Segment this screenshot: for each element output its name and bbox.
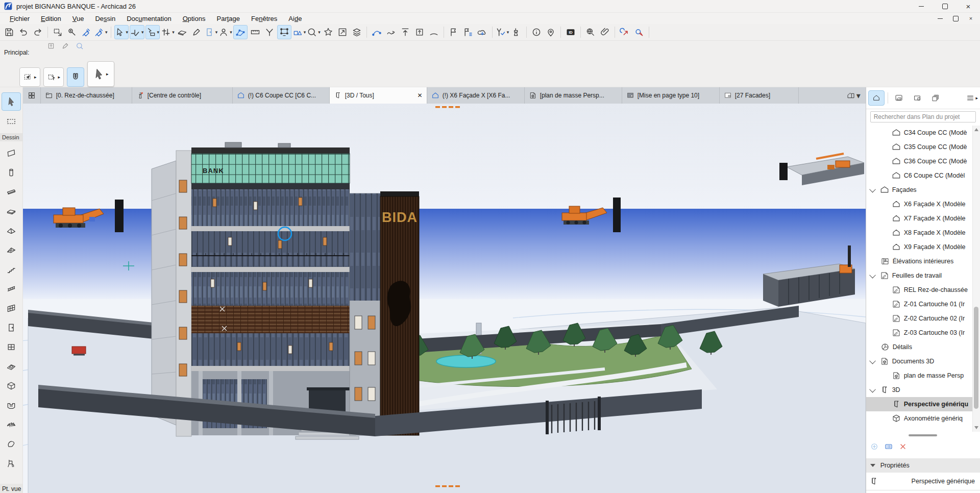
toolbox-opening-tool[interactable] (2, 377, 20, 395)
maximize-button[interactable] (933, 0, 957, 12)
tree-scrollbar[interactable] (972, 126, 980, 432)
location-pin-button[interactable] (544, 26, 557, 39)
snap-grid-button[interactable]: ▾ (161, 26, 175, 39)
tree-item-rel[interactable]: REL Rez-de-chaussée (866, 283, 980, 297)
tab-c6-coupe[interactable]: (!) C6 Coupe CC [C6 C... (233, 87, 330, 104)
chevron-expanded-icon[interactable] (869, 357, 876, 364)
arc-button[interactable] (427, 26, 440, 39)
menu-vue[interactable]: Vue (67, 14, 90, 23)
minimize-button[interactable] (910, 0, 933, 12)
toolbox-stair-tool[interactable] (2, 261, 20, 278)
menu-partage[interactable]: Partage (211, 14, 246, 23)
delete-button[interactable] (899, 442, 907, 451)
fit-in-window-button[interactable] (336, 26, 349, 39)
properties-section-header[interactable]: Propriétés (866, 458, 980, 473)
scroll-down-icon[interactable] (974, 426, 978, 429)
chevron-expanded-icon[interactable] (869, 186, 876, 192)
tree-item-perspective-generique[interactable]: Perspective génériqu (866, 397, 980, 411)
tree-item-c36[interactable]: C36 Coupe CC (Modè (866, 154, 980, 168)
toolbox-skylight-tool[interactable] (2, 358, 20, 375)
toolbox-morph-tool[interactable] (2, 435, 20, 453)
tab-x6-facade[interactable]: (!) X6 Façade X [X6 Fa... (427, 87, 525, 104)
toolbox-column-tool[interactable] (2, 164, 20, 181)
tree-folder-documents-3d[interactable]: Documents 3D (866, 354, 980, 368)
tree-item-c6[interactable]: C6 Coupe CC (Modèl (866, 168, 980, 183)
tree-folder-facades[interactable]: Façades (866, 183, 980, 197)
globe-search-button[interactable] (584, 26, 597, 39)
toolbox-marquee-tool[interactable] (2, 113, 20, 130)
toolbox-curtain-wall-tool[interactable] (2, 300, 20, 317)
navigator-layout-book-tab[interactable] (910, 91, 925, 105)
inject-options-button[interactable]: ▾ (94, 26, 108, 39)
navigator-viewmap-tab[interactable] (891, 91, 906, 105)
toolbox-arrow-tool[interactable] (2, 92, 21, 111)
doc-restore-button[interactable] (951, 14, 960, 22)
node-line-button[interactable] (370, 26, 383, 39)
tab-close-icon[interactable]: ✕ (414, 92, 423, 99)
id-manager-button[interactable] (564, 26, 577, 39)
toolbox-slab-tool[interactable] (2, 203, 20, 220)
marquee-move-button[interactable]: ▸ (19, 67, 40, 87)
navigator-project-map-tab[interactable] (868, 90, 885, 106)
arrow-cursor-button[interactable]: ▸ (87, 61, 114, 87)
toolbox-door-tool[interactable] (2, 319, 20, 336)
menu-dessin[interactable]: Dessin (89, 14, 121, 23)
tree-item-x9[interactable]: X9 Façade X (Modèle (866, 240, 980, 254)
tree-folder-3d[interactable]: 3D (866, 383, 980, 397)
toolbox-window-tool[interactable] (2, 338, 20, 356)
inject-parameters-button[interactable] (80, 26, 93, 39)
save-button[interactable] (3, 26, 16, 39)
tree-item-c35[interactable]: C35 Coupe CC (Modè (866, 140, 980, 154)
favorites-button[interactable] (322, 26, 335, 39)
marquee-select-button[interactable]: ▸ (43, 67, 64, 87)
check-model-button[interactable]: ▾ (496, 26, 509, 39)
close-button[interactable]: × (957, 0, 980, 12)
tab-3d-tous[interactable]: [3D / Tous]✕ (330, 87, 427, 104)
snap-guides-toggle[interactable]: ▾ (130, 25, 144, 39)
add-viewpoint-button[interactable] (870, 442, 878, 451)
snap-magnet-toggle[interactable] (67, 67, 84, 87)
flag-list-button[interactable] (461, 26, 475, 39)
tab-centre-de-controle[interactable]: [Centre de contrôle] (132, 87, 233, 104)
modify-shapes-button[interactable]: ▾ (292, 26, 306, 39)
toolbox-mesh-tool[interactable] (2, 241, 20, 259)
circle-tool-button[interactable]: ▾ (307, 26, 321, 39)
tree-item-z02[interactable]: Z-02 Cartouche 02 (Ir (866, 311, 980, 326)
tree-item-elevations-interieures[interactable]: Élévations intérieures (866, 254, 980, 268)
fit-frame-button[interactable] (413, 26, 426, 39)
measure-button[interactable] (249, 26, 262, 39)
menu-edition[interactable]: Edition (35, 14, 67, 23)
tree-item-x7[interactable]: X7 Façade X (Modèle (866, 211, 980, 226)
cloud-download-button[interactable] (476, 26, 489, 39)
toolbox-beam-tool[interactable] (2, 183, 20, 201)
paint-dimension-button[interactable] (510, 26, 523, 39)
attachment-button[interactable] (598, 26, 611, 39)
flag-button[interactable] (447, 26, 460, 39)
tree-item-z03[interactable]: Z-03 Cartouche 03 (Ir (866, 326, 980, 340)
polygon-edit-button[interactable] (233, 25, 248, 39)
tab-27-facades[interactable]: [27 Facades] (720, 87, 799, 104)
toolbox-railing-tool[interactable] (2, 280, 20, 298)
teamwork-receive-button[interactable] (632, 26, 646, 39)
search-input[interactable] (870, 111, 976, 122)
viewport-3d[interactable]: BANK (23, 104, 866, 493)
undo-button[interactable] (17, 26, 30, 39)
chevron-expanded-icon[interactable] (869, 272, 876, 278)
info-button[interactable] (530, 26, 543, 39)
teamwork-send-button[interactable] (618, 26, 631, 39)
view-settings-button[interactable] (885, 442, 893, 451)
navigator-publisher-tab[interactable] (928, 91, 943, 105)
tab-mise-en-page[interactable]: [Mise en page type 10] (622, 87, 720, 104)
arrow-tool-toggle[interactable]: ▾ (114, 25, 129, 39)
layers-button[interactable] (350, 26, 363, 39)
pick-up-parameters-button[interactable] (65, 26, 79, 39)
person-button[interactable]: ▾ (218, 26, 232, 39)
trim-button[interactable] (263, 26, 276, 39)
tree-item-c34[interactable]: C34 Coupe CC (Modè (866, 126, 980, 140)
tree-item-x6[interactable]: X6 Façade X (Modèle (866, 197, 980, 211)
navigator-menu-button[interactable]: ▸ (966, 94, 978, 102)
cursor-snap-toggle[interactable]: ▾ (145, 25, 160, 39)
tab-overview-button[interactable] (23, 87, 41, 104)
slab-display-button[interactable] (176, 26, 189, 39)
scroll-up-icon[interactable] (974, 128, 978, 131)
